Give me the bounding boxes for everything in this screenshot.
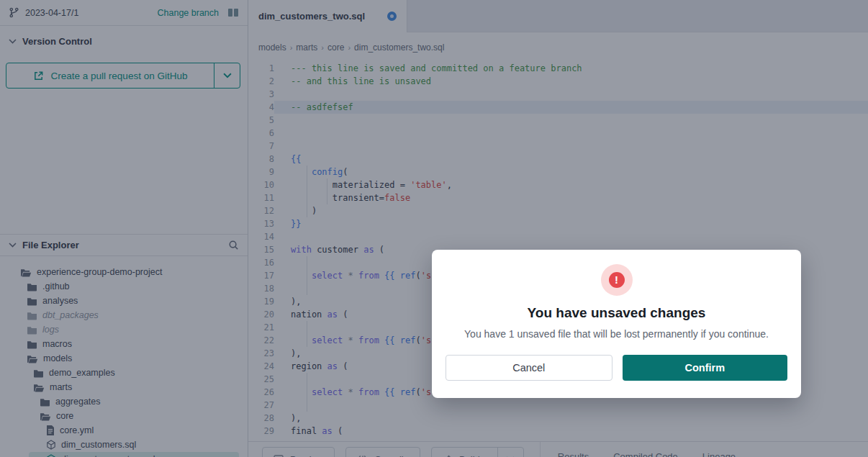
exclamation-circle-icon: ! xyxy=(609,272,625,288)
dbt-cloud-ide: 2023-04-17/1 Change branch Version Contr… xyxy=(0,0,868,457)
cancel-button[interactable]: Cancel xyxy=(446,355,612,381)
dialog-actions: Cancel Confirm xyxy=(432,355,801,381)
dialog-title: You have unsaved changes xyxy=(432,305,801,321)
warning-icon: ! xyxy=(601,264,633,296)
confirm-button[interactable]: Confirm xyxy=(623,355,788,381)
unsaved-changes-dialog: ! You have unsaved changes You have 1 un… xyxy=(432,250,801,398)
dialog-message: You have 1 unsaved file that will be los… xyxy=(432,328,801,340)
